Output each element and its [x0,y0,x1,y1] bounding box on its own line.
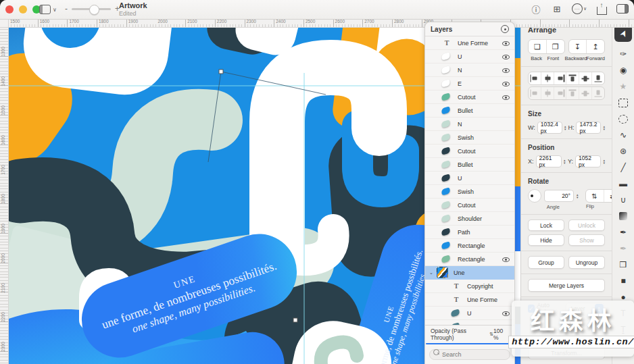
zoom-slider-track[interactable] [72,8,111,10]
layer-row[interactable]: ⌄ Cutout [425,199,514,212]
target-icon[interactable] [501,25,509,33]
layer-row[interactable]: ⌄ U [425,172,514,185]
layer-row[interactable]: ⌄ Swish [425,131,514,145]
rotation-dial[interactable] [528,189,541,203]
lock-button[interactable]: Lock [528,219,564,231]
show-button[interactable]: Show [568,234,605,246]
layer-row[interactable]: ⌄ Une [425,266,514,280]
unlock-button[interactable]: Unlock [568,219,605,231]
layer-row[interactable]: ⌄ Shoulder [425,212,514,226]
layer-row[interactable]: ⌄ T Copyright [425,280,514,293]
star-icon[interactable]: ★ [616,81,631,92]
new-artboard-button[interactable]: ⊞ [551,3,563,15]
eraser-icon[interactable]: ▬ [616,178,631,189]
layer-row[interactable]: ⌄ T Une Forme [425,36,514,50]
jar-icon[interactable]: ∪ [616,194,631,205]
send-to-back-button[interactable]: ❏ [529,40,547,53]
selection-handle[interactable] [219,70,223,74]
ungroup-button[interactable]: Ungroup [568,256,605,269]
height-field[interactable]: 1473.2 px [576,122,601,134]
bring-to-front-button[interactable]: ❐ [547,40,564,53]
zoom-slider-knob[interactable] [89,5,99,15]
y-stepper[interactable]: ▴▾ [603,159,605,164]
layer-row[interactable]: ⌄ T Une Forme [425,293,514,307]
shape-combine-icon[interactable]: ❒ [616,259,631,270]
close-window-button[interactable] [5,5,14,14]
layer-row[interactable]: ⌄ E [425,77,514,90]
search-input[interactable] [429,349,510,360]
brush-icon[interactable]: ✑ [616,49,631,59]
visibility-eye-icon[interactable] [502,95,510,100]
visibility-eye-icon[interactable] [502,82,510,86]
opacity-slider[interactable] [426,343,514,345]
layer-row[interactable]: ⌄ Cutout [425,145,514,158]
minimize-window-button[interactable] [19,5,27,14]
distribute-button[interactable] [566,87,579,99]
layer-row[interactable]: ⌄ N [425,118,514,131]
visibility-eye-icon[interactable] [502,41,510,46]
layer-row[interactable]: ⌄ Rectangle [425,239,514,253]
y-field[interactable]: 1052 px [575,155,601,167]
line-icon[interactable]: ╱ [616,162,631,173]
layer-row[interactable]: ⌄ U [425,307,514,320]
align-button[interactable] [592,72,604,84]
zoom-out-label[interactable]: - [65,3,68,14]
height-stepper[interactable]: ▴▾ [603,125,605,130]
layer-row[interactable]: ⌄ Rectangle [425,253,514,266]
distribute-button[interactable] [554,87,567,99]
size-section-label: Size [528,110,605,118]
info-button[interactable]: ⓘ [530,3,542,15]
more-options-button[interactable]: ···∨ [572,3,587,15]
x-field[interactable]: 2261 px [536,155,562,167]
square-icon[interactable]: ■ [616,276,631,286]
visibility-eye-icon[interactable] [502,55,510,59]
width-field[interactable]: 1032.4 px [537,122,562,134]
opacity-value[interactable]: 100 % [493,328,509,341]
visibility-eye-icon[interactable] [502,257,510,262]
ellipse-select-icon[interactable] [616,113,631,124]
flip-vertical-button[interactable]: ⇅ [586,190,604,202]
hide-button[interactable]: Hide [528,234,564,246]
right-panel-toggle-button[interactable] [616,3,629,15]
pen-icon[interactable]: ✒ [616,227,631,238]
sidebar-toggle-button[interactable]: ∨ [39,4,59,15]
layer-row[interactable]: ⌄ Bullet [425,104,514,118]
align-button[interactable] [541,72,554,84]
layer-row[interactable]: ⌄ Bullet [425,158,514,172]
layer-row[interactable]: ⌄ U [425,50,514,63]
chevron-down-icon[interactable]: ⌄ [429,270,437,276]
distribute-button[interactable] [579,87,592,99]
selection-brush-icon[interactable]: ⊛ [616,146,631,157]
align-button[interactable] [529,72,541,84]
width-stepper[interactable]: ▴▾ [564,125,566,130]
distribute-button[interactable] [592,87,604,99]
layer-row[interactable]: ⌄ N [425,320,514,325]
angle-field[interactable]: 20° [544,190,574,202]
visibility-eye-icon[interactable] [502,68,510,73]
lasso-icon[interactable]: ∿ [616,130,631,140]
align-button[interactable] [566,72,579,84]
selection-handle[interactable] [293,318,297,322]
align-button[interactable] [579,72,592,84]
layer-row[interactable]: ⌄ N [425,63,514,77]
align-button[interactable] [554,72,567,84]
horizontal-ruler[interactable]: 1500160017001800190020002100220023002400… [0,19,634,28]
group-button[interactable]: Group [528,256,564,269]
vertical-ruler[interactable]: 1300140015001600170018001900200021002200… [0,27,9,364]
freeform-pen-icon[interactable]: ✒ [616,243,631,254]
send-backward-button[interactable]: ↧ [569,40,587,53]
layer-row[interactable]: ⌄ Path [425,226,514,239]
distribute-button[interactable] [529,87,541,99]
x-stepper[interactable]: ▴▾ [564,159,566,164]
distribute-button[interactable] [541,87,554,99]
gradient-icon[interactable] [616,211,631,222]
visibility-eye-icon[interactable] [502,311,510,316]
marquee-icon[interactable] [616,97,631,108]
layer-row[interactable]: ⌄ Cutout [425,90,514,104]
merge-layers-button[interactable]: Merge Layers [528,279,605,292]
bring-forward-button[interactable]: ↥ [587,40,604,53]
angle-stepper[interactable]: ▴▾ [577,193,579,199]
share-button[interactable] [595,3,608,15]
layer-row[interactable]: ⌄ Swish [425,185,514,199]
blend-shapes-icon[interactable]: ◉ [616,65,631,76]
